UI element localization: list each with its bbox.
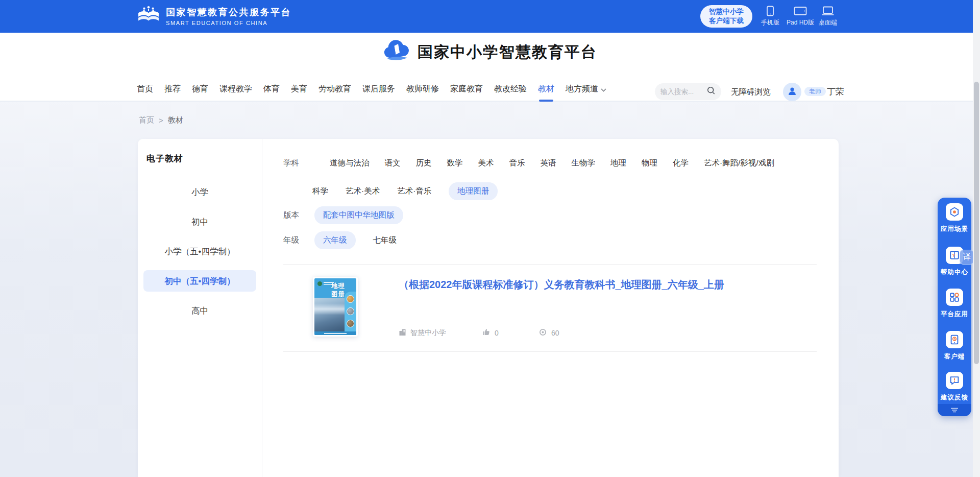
- floatbar-platform-apps[interactable]: 平台应用: [938, 289, 971, 319]
- translate-button[interactable]: 译: [960, 250, 974, 265]
- nav-family-education[interactable]: 家庭教育: [450, 84, 483, 96]
- nav-after-school-service[interactable]: 课后服务: [362, 84, 395, 96]
- role-badge: 老师: [804, 87, 826, 96]
- book-publisher: 智慧中小学: [399, 328, 482, 338]
- floatbar-label: 帮助中心: [941, 268, 968, 277]
- divider: [283, 264, 817, 265]
- open-book-logo-icon: [137, 5, 160, 27]
- book-cover-art: 地理 图册: [314, 278, 356, 335]
- main-panel: 电子教材 小学 初中 小学（五•四学制） 初中（五•四学制） 高中 学科 道德与…: [138, 139, 839, 477]
- site-brand[interactable]: 国家中小学智慧教育平台: [383, 39, 597, 65]
- nav-local-channel[interactable]: 地方频道: [566, 84, 606, 96]
- nav-teacher-training[interactable]: 教师研修: [406, 84, 439, 96]
- sidebar-item-primary-54[interactable]: 小学（五•四学制）: [143, 241, 256, 262]
- cover-photo-circle: [347, 295, 354, 303]
- grade-chip[interactable]: 七年级: [373, 235, 397, 246]
- subject-chip[interactable]: 科学: [312, 186, 328, 197]
- subject-chip[interactable]: 物理: [642, 158, 657, 169]
- user-name[interactable]: 丁荣: [827, 86, 844, 98]
- nav-aesthetic-education[interactable]: 美育: [291, 84, 307, 96]
- search-icon[interactable]: [707, 86, 716, 97]
- subject-chip[interactable]: 地理: [610, 158, 626, 169]
- sidebar-item-junior-54[interactable]: 初中（五•四学制）: [143, 270, 256, 292]
- client-download-button[interactable]: 智慧中小学 客户端下载: [700, 5, 752, 28]
- accessibility-link[interactable]: 无障碍浏览: [731, 87, 771, 98]
- platform-title: 国家智慧教育公共服务平台: [166, 6, 291, 18]
- scrollbar-track[interactable]: [973, 0, 980, 477]
- floatbar-collapse-button[interactable]: [938, 404, 971, 416]
- nav-home[interactable]: 首页: [137, 84, 153, 96]
- user-avatar[interactable]: [783, 83, 801, 101]
- book-likes-value: 0: [495, 329, 499, 337]
- book-cover[interactable]: 地理 图册: [313, 277, 358, 337]
- subject-chip[interactable]: 艺术·音乐: [397, 186, 431, 197]
- version-chip-selected[interactable]: 配套中图中华地图版: [314, 206, 403, 224]
- sidebar-title: 电子教材: [146, 153, 183, 164]
- grade-filter-row: 年级 六年级 七年级: [283, 231, 397, 249]
- client-download-line2: 客户端下载: [700, 16, 752, 26]
- book-like-count[interactable]: 0: [482, 328, 538, 338]
- hamburger-icon: [950, 406, 959, 415]
- mobile-version-label: 手机版: [761, 18, 779, 27]
- platform-apps-icon: [946, 289, 963, 306]
- platform-logo[interactable]: 国家智慧教育公共服务平台 SMART EDUCATION OF CHINA: [137, 5, 291, 27]
- breadcrumb-home[interactable]: 首页: [139, 115, 154, 125]
- subject-chip[interactable]: 历史: [416, 158, 432, 169]
- search-input[interactable]: [660, 88, 707, 96]
- client-download-line1: 智慧中小学: [700, 7, 752, 16]
- version-filter-label: 版本: [283, 210, 299, 221]
- desktop-version-link[interactable]: 桌面端: [819, 6, 837, 27]
- scrollbar-thumb[interactable]: [974, 82, 979, 364]
- panel-divider: [262, 139, 262, 477]
- nav-reform-experience[interactable]: 教改经验: [494, 84, 527, 96]
- cover-publisher-text-placeholder: [324, 333, 347, 334]
- subject-chip-selected[interactable]: 地理图册: [449, 182, 498, 200]
- breadcrumb-current: 教材: [168, 115, 183, 125]
- nav-recommend[interactable]: 推荐: [164, 84, 181, 96]
- floatbar-app-scenarios[interactable]: 应用场景: [938, 203, 971, 233]
- subject-filter-label: 学科: [283, 158, 299, 169]
- floating-toolbar: 应用场景 ? 帮助中心 平台应用 客户端 建议反馈: [938, 198, 971, 416]
- app-scenarios-icon: [946, 203, 963, 221]
- sidebar-item-primary[interactable]: 小学: [143, 181, 256, 203]
- nav-curriculum-teaching[interactable]: 课程教学: [219, 84, 252, 96]
- floatbar-label: 平台应用: [941, 310, 968, 319]
- subject-chip[interactable]: 数学: [447, 158, 463, 169]
- sidebar-item-junior[interactable]: 初中: [143, 211, 256, 232]
- nav-textbook[interactable]: 教材: [538, 84, 554, 96]
- grade-chip-selected[interactable]: 六年级: [314, 231, 356, 249]
- subject-filter-row: 学科 道德与法治 语文 历史 数学 美术 音乐 英语 生物学 地理 物理 化学 …: [283, 158, 774, 169]
- cover-title: 地理 图册: [331, 282, 345, 299]
- book-title-link[interactable]: （根据2022年版课程标准修订）义务教育教科书_地理图册_六年级_上册: [399, 278, 724, 292]
- search-box: [655, 83, 721, 100]
- floatbar-feedback[interactable]: 建议反馈: [938, 372, 971, 402]
- nav-labor-education[interactable]: 劳动教育: [318, 84, 351, 96]
- subject-chip[interactable]: 英语: [541, 158, 556, 169]
- pad-hd-version-link[interactable]: Pad HD版: [787, 6, 814, 27]
- subject-chip[interactable]: 化学: [673, 158, 689, 169]
- subject-chip[interactable]: 生物学: [572, 158, 596, 169]
- floatbar-label: 建议反馈: [941, 393, 968, 402]
- nav-physical-education[interactable]: 体育: [263, 84, 280, 96]
- platform-logo-text: 国家智慧教育公共服务平台 SMART EDUCATION OF CHINA: [166, 6, 291, 26]
- floatbar-client[interactable]: 客户端: [938, 331, 971, 361]
- subject-chip[interactable]: 艺术·美术: [346, 186, 380, 197]
- subject-chip[interactable]: 音乐: [509, 158, 525, 169]
- main-nav: 首页 推荐 德育 课程教学 体育 美育 劳动教育 课后服务 教师研修 家庭教育 …: [137, 84, 606, 96]
- building-icon: [399, 328, 406, 338]
- subject-chip[interactable]: 语文: [385, 158, 401, 169]
- sidebar-item-senior[interactable]: 高中: [143, 300, 256, 321]
- breadcrumb-separator: >: [159, 116, 163, 125]
- subject-chip[interactable]: 艺术·舞蹈/影视/戏剧: [704, 158, 774, 169]
- book-publisher-name: 智慧中小学: [410, 328, 446, 338]
- thumbs-up-icon: [482, 328, 491, 338]
- book-view-count: 60: [538, 329, 559, 337]
- floatbar-label: 应用场景: [941, 225, 968, 233]
- subject-chip[interactable]: 美术: [478, 158, 494, 169]
- floatbar-label: 客户端: [944, 352, 965, 361]
- subject-chip[interactable]: 道德与法治: [330, 158, 370, 169]
- top-bar: 国家智慧教育公共服务平台 SMART EDUCATION OF CHINA 智慧…: [0, 0, 980, 33]
- mobile-version-link[interactable]: 手机版: [761, 6, 779, 27]
- nav-moral-education[interactable]: 德育: [192, 84, 208, 96]
- site-header: 国家中小学智慧教育平台 首页 推荐 德育 课程教学 体育 美育 劳动教育 课后服…: [0, 33, 980, 101]
